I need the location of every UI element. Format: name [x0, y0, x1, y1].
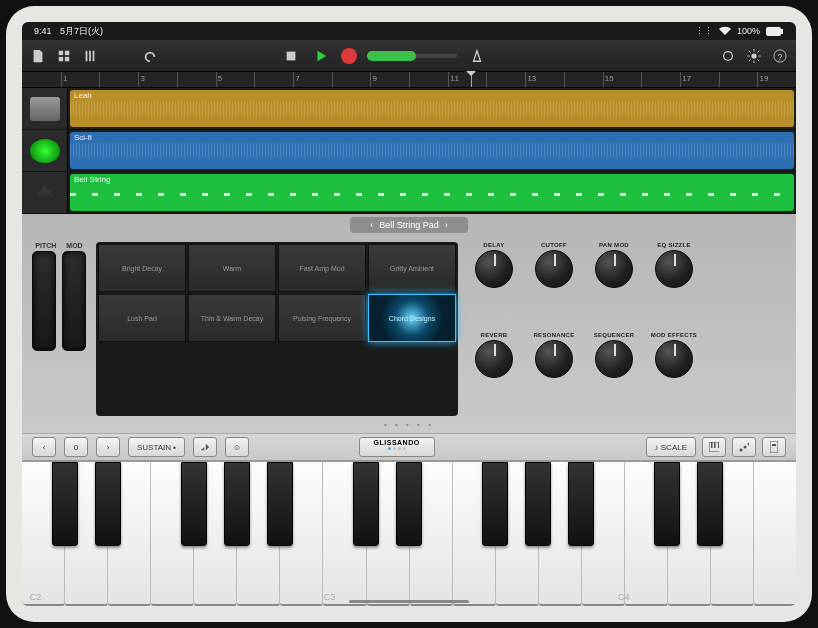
play-button[interactable]	[311, 46, 331, 66]
pad-bright-decay[interactable]: Bright Decay	[98, 244, 186, 292]
midi-region[interactable]: Bell String	[70, 174, 794, 211]
black-key[interactable]	[697, 462, 723, 546]
black-key[interactable]	[95, 462, 121, 546]
loop-button[interactable]	[718, 46, 738, 66]
sustain-button[interactable]: SUSTAIN ▪	[128, 437, 185, 457]
chevron-right-icon: ›	[445, 220, 448, 230]
patch-selector[interactable]: ‹ Bell String Pad ›	[350, 217, 468, 233]
smart-pad-grid: Bright Decay Warm Fast Amp Mod Gritty Am…	[96, 242, 458, 416]
knob-label: SEQUENCER	[594, 332, 635, 338]
knob-label: REVERB	[481, 332, 508, 338]
black-key[interactable]	[52, 462, 78, 546]
track-header[interactable]	[22, 172, 68, 213]
knob-resonance[interactable]	[535, 340, 573, 378]
black-key[interactable]	[181, 462, 207, 546]
piano-keyboard[interactable]: C2 C3 C4	[22, 461, 796, 606]
knob-sequencer[interactable]	[595, 340, 633, 378]
my-songs-button[interactable]	[28, 46, 48, 66]
octave-up-button[interactable]: ›	[96, 437, 120, 457]
browser-button[interactable]	[54, 46, 74, 66]
black-key[interactable]	[224, 462, 250, 546]
help-button[interactable]: ?	[770, 46, 790, 66]
pad-pulsing-frequency[interactable]: Pulsing Frequency	[278, 294, 366, 342]
pitch-wheel[interactable]	[32, 251, 56, 351]
wifi-icon: ⋮⋮	[695, 26, 713, 36]
knob-cutoff[interactable]	[535, 250, 573, 288]
knob-label: EQ SIZZLE	[657, 242, 691, 248]
keyboard-size-button[interactable]	[762, 437, 786, 457]
region-label: Sci-fi	[74, 133, 92, 142]
track-controls-button[interactable]	[80, 46, 100, 66]
glissando-button[interactable]: GLISSANDO	[359, 437, 435, 457]
metronome-button[interactable]	[467, 46, 487, 66]
page-indicator[interactable]: • • • • •	[22, 418, 796, 433]
knob-pan-mod[interactable]	[595, 250, 633, 288]
battery-pct: 100%	[737, 26, 760, 36]
svg-rect-15	[711, 442, 713, 448]
main-toolbar: ?	[22, 40, 796, 72]
svg-rect-16	[714, 442, 716, 448]
knob-label: CUTOFF	[541, 242, 567, 248]
svg-rect-6	[86, 50, 88, 61]
pad-thin-warm-decay[interactable]: Thin & Warm Decay	[188, 294, 276, 342]
track-row[interactable]: Sci-fi	[22, 130, 796, 172]
svg-rect-9	[286, 51, 295, 60]
stop-button[interactable]	[281, 46, 301, 66]
svg-rect-21	[770, 441, 778, 453]
svg-rect-17	[718, 442, 719, 448]
pad-lush-pad[interactable]: Lush Pad	[98, 294, 186, 342]
region-label: Leah	[74, 91, 92, 100]
white-key[interactable]	[754, 462, 796, 606]
scale-button[interactable]: ♪ SCALE	[646, 437, 696, 457]
octave-down-button[interactable]: ‹	[32, 437, 56, 457]
svg-point-20	[748, 443, 750, 446]
svg-point-10	[724, 51, 733, 60]
black-key[interactable]	[482, 462, 508, 546]
pad-gritty-ambient[interactable]: Gritty Ambient	[368, 244, 456, 292]
knob-reverb[interactable]	[475, 340, 513, 378]
knob-delay[interactable]	[475, 250, 513, 288]
home-indicator[interactable]	[349, 600, 469, 603]
track-row[interactable]: Leah	[22, 88, 796, 130]
pad-fast-amp-mod[interactable]: Fast Amp Mod	[278, 244, 366, 292]
instrument-panel: ‹ Bell String Pad › PITCH MOD	[22, 214, 796, 606]
master-volume-slider[interactable]	[367, 54, 457, 58]
svg-point-18	[740, 449, 743, 452]
mod-wheel[interactable]	[62, 251, 86, 351]
track-header[interactable]	[22, 130, 68, 171]
undo-button[interactable]	[140, 46, 160, 66]
audio-region[interactable]: Leah	[70, 90, 794, 127]
playhead[interactable]	[471, 72, 472, 87]
track-row[interactable]: Bell String	[22, 172, 796, 214]
black-key[interactable]	[654, 462, 680, 546]
pad-chord-designs[interactable]: Chord Designs	[368, 294, 456, 342]
velocity-button[interactable]	[193, 437, 217, 457]
pitch-label: PITCH	[35, 242, 56, 249]
black-key[interactable]	[396, 462, 422, 546]
octave-display: 0	[64, 437, 88, 457]
timeline-ruler[interactable]: 135791113151719	[22, 72, 796, 88]
black-key[interactable]	[267, 462, 293, 546]
keyboard-layout-button[interactable]: ☺	[225, 437, 249, 457]
arpeggiator-button[interactable]	[702, 437, 726, 457]
record-button[interactable]	[341, 48, 357, 64]
settings-button[interactable]	[744, 46, 764, 66]
black-key[interactable]	[353, 462, 379, 546]
knob-label: RESONANCE	[533, 332, 574, 338]
svg-rect-5	[65, 56, 69, 60]
svg-rect-7	[89, 50, 91, 61]
battery-icon	[766, 27, 784, 36]
chord-strips-button[interactable]	[732, 437, 756, 457]
track-header[interactable]	[22, 88, 68, 129]
knob-mod-effects[interactable]	[655, 340, 693, 378]
keyboard-controls-bar: ‹ 0 › SUSTAIN ▪ ☺ GLISSANDO ♪ SCALE	[22, 433, 796, 461]
pad-warm[interactable]: Warm	[188, 244, 276, 292]
svg-rect-0	[766, 27, 781, 36]
audio-region[interactable]: Sci-fi	[70, 132, 794, 169]
mod-label: MOD	[66, 242, 82, 249]
black-key[interactable]	[568, 462, 594, 546]
black-key[interactable]	[525, 462, 551, 546]
knob-eq-sizzle[interactable]	[655, 250, 693, 288]
svg-rect-1	[781, 29, 783, 34]
svg-rect-22	[772, 444, 776, 446]
